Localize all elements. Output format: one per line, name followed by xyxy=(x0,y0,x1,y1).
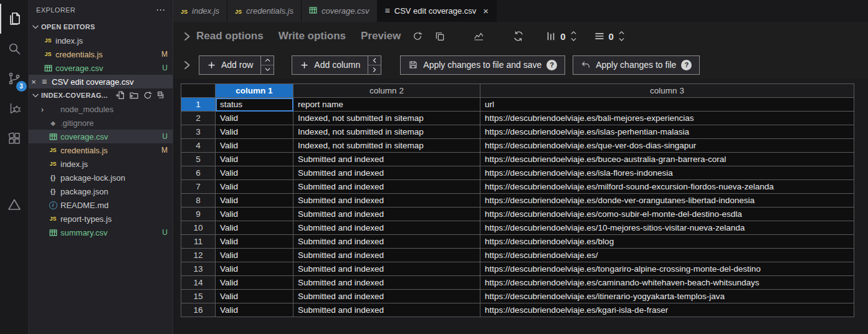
tab-index-js[interactable]: JSindex.js xyxy=(173,0,227,22)
table-corner[interactable] xyxy=(181,84,216,98)
file-gitignore[interactable]: ◆.gitignore xyxy=(29,116,173,130)
refresh-explorer-icon[interactable] xyxy=(143,90,153,100)
column-header-2[interactable]: column 2 xyxy=(293,84,480,98)
row-number-7[interactable]: 7 xyxy=(181,180,216,194)
tab-csv-edit-coverage-csv[interactable]: ≡CSV edit coverage.csv× xyxy=(378,0,497,22)
cell-r4c3[interactable]: https://descubriendoelviaje.es/que-ver-d… xyxy=(480,139,854,153)
cell-r6c1[interactable]: Valid xyxy=(216,166,293,180)
new-folder-icon[interactable] xyxy=(129,90,139,100)
close-icon[interactable]: × xyxy=(29,77,39,87)
row-next-icon[interactable] xyxy=(618,36,626,43)
write-options-heading[interactable]: Write options xyxy=(279,30,346,42)
cell-r1c2[interactable]: report name xyxy=(293,98,480,112)
open-editor-coverage-csv[interactable]: coverage.csvU xyxy=(29,61,173,75)
file-summary-csv[interactable]: summary.csvU xyxy=(29,226,173,239)
cell-r14c3[interactable]: https://descubriendoelviaje.es/caminando… xyxy=(480,276,854,290)
add-column-button[interactable]: Add column xyxy=(292,55,368,75)
file-package-json[interactable]: {}package.json xyxy=(29,184,173,198)
cell-r9c2[interactable]: Submitted and indexed xyxy=(293,208,480,221)
row-number-3[interactable]: 3 xyxy=(181,125,216,139)
cell-r8c3[interactable]: https://descubriendoelviaje.es/donde-ver… xyxy=(480,194,854,208)
file-index-js[interactable]: JSindex.js xyxy=(29,157,173,171)
cell-r3c1[interactable]: Valid xyxy=(216,125,293,139)
row-number-13[interactable]: 13 xyxy=(181,262,216,276)
activity-run-debug[interactable] xyxy=(0,93,29,123)
row-number-12[interactable]: 12 xyxy=(181,249,216,262)
cell-r10c1[interactable]: Valid xyxy=(216,221,293,235)
cell-r12c3[interactable]: https://descubriendoelviaje.es/ xyxy=(480,249,854,262)
file-node-modules[interactable]: ›node_modules xyxy=(29,102,173,116)
open-editors-header[interactable]: OPEN EDITORS xyxy=(29,20,173,34)
sync-reload-icon[interactable] xyxy=(513,31,524,42)
row-number-1[interactable]: 1 xyxy=(181,98,216,112)
column-header-1[interactable]: column 1 xyxy=(216,84,293,98)
row-number-11[interactable]: 11 xyxy=(181,235,216,249)
row-number-16[interactable]: 16 xyxy=(181,303,216,317)
insert-column-right-icon[interactable] xyxy=(368,65,381,74)
cell-r7c3[interactable]: https://descubriendoelviaje.es/milford-s… xyxy=(480,180,854,194)
row-number-6[interactable]: 6 xyxy=(181,166,216,180)
row-number-4[interactable]: 4 xyxy=(181,139,216,153)
cell-r12c1[interactable]: Valid xyxy=(216,249,293,262)
read-options-heading[interactable]: Read options xyxy=(196,30,264,42)
column-header-3[interactable]: column 3 xyxy=(480,84,854,98)
activity-search[interactable] xyxy=(0,34,29,64)
apply-button[interactable]: Apply changes to file ? xyxy=(573,55,700,75)
cell-r1c1[interactable]: status xyxy=(216,98,293,112)
help-icon[interactable]: ? xyxy=(681,60,692,70)
close-icon[interactable]: × xyxy=(483,6,489,16)
help-icon[interactable]: ? xyxy=(546,60,557,70)
cell-r3c3[interactable]: https://descubriendoelviaje.es/islas-per… xyxy=(480,125,854,139)
cell-r13c3[interactable]: https://descubriendoelviaje.es/tongariro… xyxy=(480,262,854,276)
cell-r5c1[interactable]: Valid xyxy=(216,153,293,166)
cell-r11c3[interactable]: https://descubriendoelviaje.es/blog xyxy=(480,235,854,249)
cell-r4c1[interactable]: Valid xyxy=(216,139,293,153)
cell-r15c3[interactable]: https://descubriendoelviaje.es/itinerari… xyxy=(480,290,854,303)
read-options-chevron-icon[interactable] xyxy=(181,31,193,42)
row-number-9[interactable]: 9 xyxy=(181,208,216,221)
cell-r13c2[interactable]: Submitted and indexed xyxy=(293,262,480,276)
collapse-all-icon[interactable] xyxy=(156,90,166,100)
activity-source-control[interactable]: 3 xyxy=(0,64,29,93)
column-next-icon[interactable] xyxy=(570,36,578,43)
activity-extensions[interactable] xyxy=(0,123,29,153)
new-file-icon[interactable] xyxy=(115,90,125,100)
cell-r2c3[interactable]: https://descubriendoelviaje.es/bali-mejo… xyxy=(480,112,854,125)
open-editor-index-js[interactable]: JSindex.js xyxy=(29,34,173,47)
reset-data-icon[interactable] xyxy=(412,31,423,42)
cell-r7c2[interactable]: Submitted and indexed xyxy=(293,180,480,194)
cell-r11c2[interactable]: Submitted and indexed xyxy=(293,235,480,249)
row-number-5[interactable]: 5 xyxy=(181,153,216,166)
cell-r15c2[interactable]: Submitted and indexed xyxy=(293,290,480,303)
cell-r16c2[interactable]: Submitted and indexed xyxy=(293,303,480,317)
file-credentials-js[interactable]: JScredentials.jsM xyxy=(29,143,173,157)
cell-r9c3[interactable]: https://descubriendoelviaje.es/como-subi… xyxy=(480,208,854,221)
file-report-types-js[interactable]: JSreport-types.js xyxy=(29,212,173,226)
cell-r7c1[interactable]: Valid xyxy=(216,180,293,194)
chart-icon[interactable] xyxy=(473,31,484,42)
cell-r8c2[interactable]: Submitted and indexed xyxy=(293,194,480,208)
cell-r11c1[interactable]: Valid xyxy=(216,235,293,249)
tab-coverage-csv[interactable]: coverage.csv xyxy=(302,0,378,22)
file-package-lock-json[interactable]: {}package-lock.json xyxy=(29,171,173,184)
file-coverage-csv[interactable]: coverage.csvU xyxy=(29,130,173,143)
insert-row-above-icon[interactable] xyxy=(261,56,274,65)
add-row-button[interactable]: Add row xyxy=(199,55,261,75)
cell-r16c3[interactable]: https://descubriendoelviaje.es/kgari-isl… xyxy=(480,303,854,317)
workspace-header[interactable]: INDEX-COVERAG... xyxy=(29,88,173,102)
tab-credentials-js[interactable]: JScredentials.js xyxy=(227,0,302,22)
row-number-10[interactable]: 10 xyxy=(181,221,216,235)
cell-r15c1[interactable]: Valid xyxy=(216,290,293,303)
cell-r13c1[interactable]: Valid xyxy=(216,262,293,276)
apply-and-save-button[interactable]: Apply changes to file and save ? xyxy=(400,55,565,75)
open-editor-credentials-js[interactable]: JScredentials.jsM xyxy=(29,47,173,61)
cell-r14c2[interactable]: Submitted and indexed xyxy=(293,276,480,290)
cell-r2c1[interactable]: Valid xyxy=(216,112,293,125)
row-number-15[interactable]: 15 xyxy=(181,290,216,303)
cell-r6c2[interactable]: Submitted and indexed xyxy=(293,166,480,180)
copy-icon[interactable] xyxy=(434,31,446,42)
more-actions-icon[interactable]: ⋯ xyxy=(156,4,165,16)
cell-r10c3[interactable]: https://descubriendoelviaje.es/10-mejore… xyxy=(480,221,854,235)
cell-r8c1[interactable]: Valid xyxy=(216,194,293,208)
row-number-2[interactable]: 2 xyxy=(181,112,216,125)
